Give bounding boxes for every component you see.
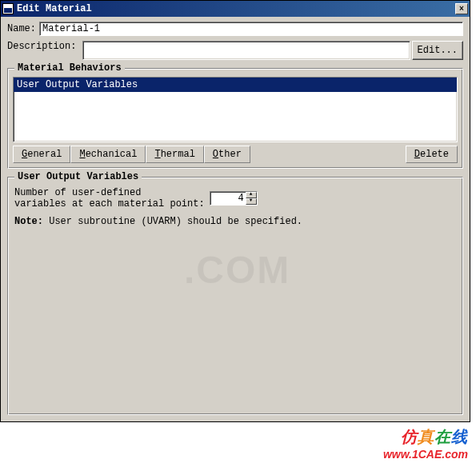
edit-description-button[interactable]: Edit... (412, 41, 463, 60)
edit-material-dialog: Edit Material × Name: Description: Edit.… (0, 0, 470, 422)
material-behaviors-title: Material Behaviors (14, 62, 125, 74)
uov-count-label-line1: Number of user-defined (14, 187, 205, 198)
dialog-body: Name: Description: Edit... Material Beha… (1, 17, 470, 421)
uov-count-label-line2: variables at each material point: (14, 198, 205, 210)
behaviors-menubar: General Mechanical Thermal Other Delete (13, 146, 458, 163)
watermark-cn: 仿真在线 (383, 426, 468, 448)
note-label: Note: (14, 216, 43, 227)
spinner-buttons: ▲ ▼ (246, 192, 257, 205)
menu-general[interactable]: General (13, 146, 70, 163)
material-behaviors-group: Material Behaviors User Output Variables… (7, 68, 463, 169)
titlebar: Edit Material × (1, 1, 470, 17)
uov-count-row: Number of user-defined variables at each… (14, 187, 456, 210)
name-input[interactable] (39, 22, 463, 36)
uov-count-input[interactable] (210, 192, 246, 205)
description-input[interactable] (82, 41, 410, 60)
window-title: Edit Material (17, 3, 455, 14)
spinner-down-icon[interactable]: ▼ (246, 198, 257, 205)
uov-count-spinner[interactable]: ▲ ▼ (210, 191, 258, 206)
description-row: Description: Edit... (7, 41, 463, 60)
menu-thermal[interactable]: Thermal (146, 146, 203, 163)
description-label: Description: (7, 41, 76, 60)
uov-title: User Output Variables (14, 171, 142, 182)
behaviors-listbox[interactable]: User Output Variables (13, 77, 458, 142)
app-icon (2, 3, 14, 14)
note-text: User subroutine (UVARM) should be specif… (43, 216, 302, 227)
watermark-url: www.1CAE.com (383, 448, 468, 461)
menu-delete[interactable]: Delete (406, 146, 458, 163)
uov-note: Note: User subroutine (UVARM) should be … (14, 216, 456, 227)
menu-mechanical[interactable]: Mechanical (70, 146, 146, 163)
close-icon[interactable]: × (455, 3, 468, 14)
list-item[interactable]: User Output Variables (14, 78, 457, 92)
user-output-variables-group: User Output Variables Number of user-def… (7, 177, 463, 415)
menu-other[interactable]: Other (204, 146, 250, 163)
name-row: Name: (7, 22, 463, 36)
uov-count-label: Number of user-defined variables at each… (14, 187, 205, 210)
menu-spacer (250, 146, 406, 163)
name-label: Name: (7, 23, 36, 34)
watermark: 仿真在线 www.1CAE.com (383, 426, 468, 461)
